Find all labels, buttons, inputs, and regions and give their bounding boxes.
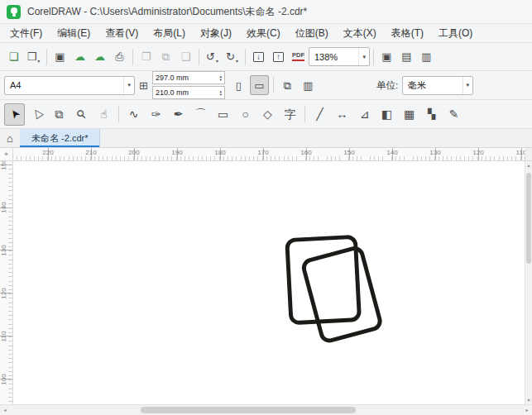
document-tab[interactable]: 未命名 -2.cdr* xyxy=(20,129,100,147)
spin-down-icon[interactable]: ▾ xyxy=(219,78,222,82)
chevron-down-icon[interactable]: ▾ xyxy=(37,58,40,64)
open-button[interactable]: ❒▾ xyxy=(24,47,43,67)
pan-tool[interactable]: ☝ xyxy=(93,103,114,126)
cloud-download-button[interactable]: ☁ xyxy=(70,47,89,67)
import-button[interactable]: ↓ xyxy=(249,47,268,67)
horizontal-scrollbar-thumb[interactable] xyxy=(141,407,356,413)
menu-view[interactable]: 查看(V) xyxy=(98,24,146,42)
zoom-level-select[interactable]: 138%▾ xyxy=(309,47,370,66)
units-select[interactable]: 毫米 ▾ xyxy=(402,76,473,95)
text-tool[interactable]: 字 xyxy=(280,103,300,126)
menu-text[interactable]: 文本(X) xyxy=(336,24,384,42)
duplicate-button[interactable]: ❑ xyxy=(176,47,195,67)
eyedropper-tool[interactable]: ⊿ xyxy=(354,103,375,126)
spinner-arrows-icon[interactable]: ▴ ▾ xyxy=(219,89,222,97)
redo-icon: ↻ xyxy=(226,51,235,62)
vertical-scrollbar[interactable]: ▴ ▾ xyxy=(525,161,532,404)
scroll-down-icon[interactable]: ▾ xyxy=(525,396,532,404)
fullscreen-button[interactable]: ▣ xyxy=(377,47,396,67)
cloud-upload-button[interactable]: ☁ xyxy=(90,47,109,67)
save-button[interactable]: ▣ xyxy=(50,47,69,67)
menu-table[interactable]: 表格(T) xyxy=(384,24,431,42)
portrait-button[interactable]: ▯ xyxy=(229,75,248,95)
show-rulers-button[interactable]: ▤ xyxy=(397,47,416,67)
zoom-tool[interactable]: ⚲ xyxy=(71,103,92,126)
spinner-arrows-icon[interactable]: ▴ ▾ xyxy=(219,74,222,82)
scroll-right-icon[interactable]: ▸ xyxy=(522,405,532,415)
ruler-origin-button[interactable]: ⌖ xyxy=(0,148,13,160)
separator xyxy=(46,49,47,65)
chevron-down-icon[interactable]: ▾ xyxy=(358,48,369,65)
menu-tools[interactable]: 工具(O) xyxy=(431,24,480,42)
artistic-media-icon: ✑ xyxy=(151,108,161,120)
eyedropper-icon: ⊿ xyxy=(360,108,370,120)
chevron-down-icon[interactable]: ▾ xyxy=(463,77,473,94)
dimension-tool[interactable]: ↔ xyxy=(332,103,352,126)
menu-file[interactable]: 文件(F) xyxy=(2,24,50,42)
transparency-icon: ▚ xyxy=(428,109,435,119)
landscape-button[interactable]: ▭ xyxy=(250,75,269,95)
menu-object[interactable]: 对象(J) xyxy=(193,24,239,42)
page-option-buttons: ▯▭⧉▥ xyxy=(229,75,318,95)
copy-button[interactable]: ❐ xyxy=(137,47,156,67)
menu-effects[interactable]: 效果(C) xyxy=(239,24,288,42)
freehand-tool[interactable]: ∿ xyxy=(123,103,144,126)
export-icon: ↑ xyxy=(273,52,284,62)
redo-button[interactable]: ↻▾ xyxy=(223,47,242,67)
scroll-left-icon[interactable]: ◂ xyxy=(0,405,10,415)
chevron-down-icon[interactable]: ▾ xyxy=(236,58,238,64)
page-size-select[interactable]: A4 ▾ xyxy=(4,76,135,95)
interactive-fill-tool[interactable]: ◧ xyxy=(376,103,397,126)
page-width-value: 297.0 mm xyxy=(156,74,219,82)
shape-tool[interactable]: ▷ xyxy=(26,103,47,126)
pick-tool[interactable]: ➤ xyxy=(4,103,25,126)
separator xyxy=(304,106,305,122)
units-value: 毫米 xyxy=(408,79,426,92)
vertical-scrollbar-thumb[interactable] xyxy=(526,173,531,264)
artistic-media-tool[interactable]: ✑ xyxy=(146,103,166,126)
bezier-tool[interactable]: ⌒ xyxy=(190,103,211,126)
paste-button[interactable]: ⧉ xyxy=(156,47,175,67)
scroll-up-icon[interactable]: ▴ xyxy=(525,161,532,169)
pen-icon: ✒ xyxy=(174,108,184,120)
all-pages-button[interactable]: ⧉ xyxy=(278,75,297,95)
pdf-button[interactable]: PDF xyxy=(289,47,308,67)
horizontal-scrollbar[interactable]: ◂ ▸ xyxy=(0,404,532,415)
chevron-down-icon[interactable]: ▾ xyxy=(216,58,218,64)
duplicate-icon: ❑ xyxy=(181,51,191,62)
menu-edit[interactable]: 编辑(E) xyxy=(50,24,98,42)
pick-icon: ➤ xyxy=(7,107,22,122)
separator xyxy=(373,49,374,65)
vertical-ruler[interactable]: 150140130120110100 xyxy=(0,161,13,404)
crop-tool[interactable]: ⧉ xyxy=(49,103,69,126)
canvas-drawing[interactable] xyxy=(13,161,525,404)
home-button[interactable]: ⌂ xyxy=(0,129,20,147)
rounded-rectangle-front[interactable] xyxy=(302,246,381,342)
outline-pen-tool[interactable]: ✎ xyxy=(443,103,464,126)
canvas-row: 150140130120110100 ▴ ▾ xyxy=(0,161,532,404)
page-width-input[interactable]: 297.0 mm ▴ ▾ xyxy=(152,71,225,84)
ellipse-tool[interactable]: ○ xyxy=(235,103,256,126)
polygon-tool[interactable]: ◇ xyxy=(257,103,278,126)
bezier-icon: ⌒ xyxy=(195,108,207,120)
menu-layout[interactable]: 布局(L) xyxy=(146,24,193,42)
options-button[interactable]: ▥ xyxy=(417,47,436,67)
chevron-down-icon[interactable]: ▾ xyxy=(123,77,134,94)
smart-fill-tool[interactable]: ▦ xyxy=(399,103,419,126)
new-document-button[interactable]: ❏ xyxy=(4,47,23,67)
menu-bitmaps[interactable]: 位图(B) xyxy=(288,24,336,42)
print-button[interactable]: ⎙ xyxy=(110,47,129,67)
transparency-tool[interactable]: ▚ xyxy=(421,103,442,126)
current-page-button[interactable]: ▥ xyxy=(299,75,318,95)
drawing-canvas[interactable] xyxy=(13,161,525,404)
line-tool[interactable]: ╱ xyxy=(309,103,330,126)
export-button[interactable]: ↑ xyxy=(269,47,288,67)
open-icon: ❒ xyxy=(27,51,37,62)
page-height-input[interactable]: 210.0 mm ▴ ▾ xyxy=(152,86,225,99)
pen-tool[interactable]: ✒ xyxy=(168,103,189,126)
separator xyxy=(199,49,199,65)
rectangle-tool[interactable]: ▭ xyxy=(213,103,233,126)
spin-down-icon[interactable]: ▾ xyxy=(219,93,222,97)
horizontal-ruler[interactable]: 220210200190180170160150140130120110 xyxy=(13,148,525,160)
undo-button[interactable]: ↺▾ xyxy=(203,47,222,67)
